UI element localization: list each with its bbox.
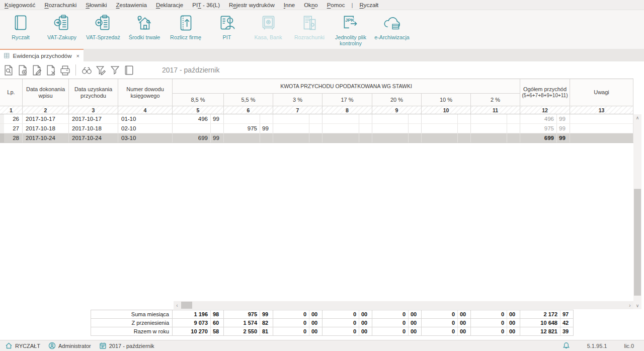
tab-title: Ewidencja przychodów: [13, 53, 72, 59]
header-doc-no: Numer dowodu księgowego: [118, 79, 173, 106]
edit-document-button[interactable]: [30, 63, 44, 77]
menu-ryczalt[interactable]: Ryczałt: [355, 2, 383, 8]
menu-deklaracje[interactable]: Deklaracje: [151, 2, 188, 8]
filter-button[interactable]: [108, 63, 122, 77]
vat-sprzedaz-button[interactable]: VAT-Sprzedaż: [83, 13, 124, 40]
scroll-up-icon[interactable]: ∧: [633, 114, 641, 121]
status-user: Administrator: [48, 342, 91, 349]
edit-document-icon: [31, 64, 43, 76]
cell-date-income: 2017-10-24: [69, 133, 118, 143]
summary-label: Suma miesiąca: [91, 310, 173, 318]
jpk-button[interactable]: JPK Jednolity plik kontrolny: [330, 13, 371, 46]
header-rate-17: 17 %: [323, 94, 372, 106]
menu-okno[interactable]: Okno: [299, 2, 323, 8]
header-total: Ogółem przychód (5+6+7+8+9+10+11): [520, 79, 570, 106]
cell-total: 97599: [520, 124, 570, 133]
tab-strip: Ewidencja przychodów ×: [0, 49, 644, 61]
tab-ewidencja-przychodow[interactable]: Ewidencja przychodów ×: [0, 49, 84, 61]
pit-icon: [216, 13, 237, 34]
toolbar-button-label: e-Archiwizacja: [374, 34, 410, 40]
rozlicz-firme-button[interactable]: Rozlicz firmę: [165, 13, 206, 40]
vat-purchases-icon: [51, 13, 72, 34]
vat-zakupy-button[interactable]: VAT-Zakupy: [41, 13, 83, 40]
header-rate-10: 10 %: [422, 94, 471, 106]
header-rate-group-label: KWOTA PRZYCHODU OPODATKOWANA WG STAWKI: [173, 79, 520, 94]
delete-document-icon: [45, 64, 57, 76]
cell-note: [570, 133, 633, 143]
preview-document-button[interactable]: [2, 63, 16, 77]
toolbar-button-label: Rozrachunki: [294, 34, 325, 40]
menu-ksiegowosc[interactable]: Księgowość: [0, 2, 40, 8]
preview-document-icon: [3, 64, 15, 76]
e-archiwizacja-button[interactable]: e-Archiwizacja: [371, 13, 413, 40]
cell-rate-10: [422, 124, 471, 133]
cell-rate-2: [471, 124, 520, 133]
header-rates-row: 8,5 % 5,5 % 3 % 17 % 20 % 10 % 2 %: [173, 94, 520, 106]
calendar-icon: [99, 342, 107, 349]
cell-rate-8-5: 49699: [173, 114, 224, 123]
header-date-income: Data uzyskania przychodu: [69, 79, 118, 106]
menu-slowniki[interactable]: Słowniki: [81, 2, 111, 8]
header-date-entry: Data dokonania wpisu: [23, 79, 69, 106]
cell-rate-3: [273, 124, 323, 133]
menu-rozrachunki[interactable]: Rozrachunki: [40, 2, 81, 8]
menu-separator: |: [349, 2, 355, 8]
menu-rejestr-wydrukow[interactable]: Rejestr wydruków: [224, 2, 279, 8]
header-rate-20: 20 %: [372, 94, 422, 106]
cell-rate-3: [273, 114, 323, 123]
add-document-button[interactable]: [16, 63, 30, 77]
vertical-scrollbar[interactable]: ∧ ∨: [633, 114, 641, 309]
cell-date-income: 2017-10-17: [69, 114, 118, 123]
cell-rate-17: [323, 133, 372, 143]
print-icon: [59, 64, 71, 76]
book-panel-button[interactable]: [122, 63, 136, 77]
summary-label: Razem w roku: [91, 327, 173, 335]
vertical-scroll-thumb[interactable]: [634, 189, 641, 296]
horizontal-scroll-thumb[interactable]: [181, 302, 192, 309]
pit-button[interactable]: PIT: [206, 13, 248, 40]
header-rate-5-5: 5,5 %: [224, 94, 273, 106]
scroll-left-icon[interactable]: ‹: [174, 301, 181, 309]
rozrachunki-button[interactable]: Rozrachunki: [289, 13, 330, 40]
table-row[interactable]: 27 2017-10-18 2017-10-18 02-10 97599 975…: [0, 124, 633, 133]
status-mode: RYCZAŁT: [5, 342, 40, 349]
menu-zestawienia[interactable]: Zestawienia: [112, 2, 151, 8]
cell-lp: 26: [0, 114, 23, 123]
bell-icon[interactable]: [562, 342, 570, 349]
search-binoculars-icon: [81, 64, 93, 76]
ryczalt-button[interactable]: Ryczałt: [0, 13, 41, 40]
cell-rate-2: [471, 114, 520, 123]
cell-date-income: 2017-10-18: [69, 124, 118, 133]
toolbar-button-label: Kasa, Bank: [254, 34, 282, 40]
cell-rate-5-5: [224, 133, 273, 143]
tab-close-icon[interactable]: ×: [76, 53, 79, 59]
vat-sales-icon: [93, 13, 114, 34]
menu-pit-36l[interactable]: PIT - 36(L): [188, 2, 224, 8]
print-button[interactable]: [58, 63, 72, 77]
scroll-down-icon[interactable]: ∨: [633, 302, 641, 309]
table-row-selected[interactable]: 28 2017-10-24 2017-10-24 03-10 69999 699…: [0, 133, 633, 143]
menu-pomoc[interactable]: Pomoc: [323, 2, 350, 8]
cell-total: 69999: [520, 133, 570, 143]
summary-row-carryover: Z przeniesienia 9 07360 1 57482 000 000 …: [91, 319, 574, 327]
toolbar-button-label: Ryczałt: [12, 34, 29, 40]
search-button[interactable]: [79, 63, 94, 77]
cell-date-entry: 2017-10-24: [23, 133, 69, 143]
kasa-bank-button[interactable]: Kasa, Bank: [248, 13, 289, 40]
toolbar-button-label: Środki trwałe: [129, 34, 160, 40]
book-panel-icon: [123, 64, 135, 76]
srodki-trwale-button[interactable]: Środki trwałe: [124, 13, 165, 40]
cell-rate-2: [471, 133, 520, 143]
table-row[interactable]: 26 2017-10-17 2017-10-17 01-10 49699 496…: [0, 114, 633, 124]
menu-inne[interactable]: Inne: [279, 2, 299, 8]
filter-edit-button[interactable]: [94, 63, 108, 77]
home-icon: [5, 342, 13, 349]
user-icon: [48, 342, 56, 349]
delete-document-button[interactable]: [44, 63, 58, 77]
summary-table: Suma miesiąca 1 19698 97599 000 000 000 …: [91, 310, 574, 336]
status-version: 5.1.95.1: [587, 343, 607, 349]
cell-doc-no: 02-10: [118, 124, 173, 133]
scroll-right-icon[interactable]: ›: [626, 301, 633, 309]
horizontal-scrollbar[interactable]: ‹ ›: [174, 301, 633, 309]
cell-doc-no: 01-10: [118, 114, 173, 123]
